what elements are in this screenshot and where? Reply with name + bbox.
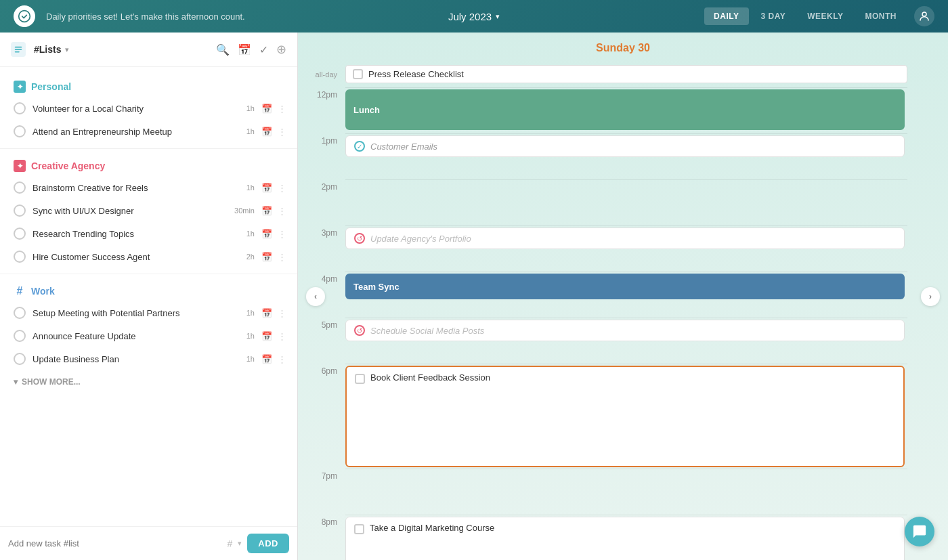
svg-rect-4 — [15, 51, 20, 53]
add-task-button[interactable]: ADD — [247, 534, 289, 553]
task-checkbox[interactable] — [14, 102, 26, 114]
task-item[interactable]: Attend an Entrepreneurship Meetup 1h 📅 ⋮ — [0, 120, 297, 143]
sidebar-list-icon — [11, 42, 26, 57]
lunch-event[interactable]: Lunch — [345, 89, 905, 130]
task-name: Sync with UI/UX Designer — [33, 206, 228, 216]
task-actions: 📅 ⋮ — [261, 229, 286, 239]
task-more-icon[interactable]: ⋮ — [278, 183, 286, 193]
task-more-icon[interactable]: ⋮ — [278, 354, 286, 364]
task-more-icon[interactable]: ⋮ — [278, 252, 286, 262]
calendar-next-button[interactable]: › — [921, 287, 940, 306]
show-more-button[interactable]: ▾ SHOW MORE... — [0, 370, 297, 393]
weekly-view-button[interactable]: WEEKLY — [798, 7, 853, 25]
app-logo[interactable] — [14, 5, 35, 27]
time-content-2pm — [345, 179, 907, 225]
task-more-icon[interactable]: ⋮ — [278, 229, 286, 239]
task-item[interactable]: Volunteer for a Local Charity 1h 📅 ⋮ — [0, 97, 297, 120]
calendar-icon[interactable]: 📅 — [238, 43, 251, 56]
task-overdue-icon2: ↺ — [354, 325, 365, 336]
task-item[interactable]: Brainstorm Creative for Reels 1h 📅 ⋮ — [0, 176, 297, 199]
creative-section-title[interactable]: Creative Agency — [31, 160, 105, 171]
time-row-5pm: 5pm ↺ Schedule Social Media Posts — [298, 318, 914, 364]
allday-event[interactable]: Press Release Checklist — [345, 65, 907, 83]
time-label-3pm: 3pm — [298, 225, 345, 272]
task-calendar-icon[interactable]: 📅 — [261, 229, 272, 239]
daily-view-button[interactable]: DAILY — [704, 7, 748, 25]
task-checkbox[interactable] — [14, 181, 26, 194]
search-icon[interactable]: 🔍 — [216, 43, 230, 56]
work-section-title[interactable]: Work — [31, 286, 55, 297]
sidebar-title-row[interactable]: #Lists ▾ — [34, 44, 208, 55]
book-client-checkbox[interactable] — [355, 374, 365, 384]
book-client-label: Book Client Feedback Session — [370, 372, 490, 383]
task-item[interactable]: Sync with UI/UX Designer 30min 📅 ⋮ — [0, 199, 297, 222]
task-more-icon[interactable]: ⋮ — [278, 104, 286, 114]
task-item[interactable]: Research Trending Topics 1h 📅 ⋮ — [0, 222, 297, 245]
three-day-view-button[interactable]: 3 DAY — [752, 7, 796, 25]
sidebar-title-chevron-icon: ▾ — [65, 45, 69, 54]
task-overdue-icon: ↺ — [354, 233, 365, 244]
time-row-2pm: 2pm — [298, 179, 914, 225]
task-more-icon[interactable]: ⋮ — [278, 308, 286, 318]
task-checkbox[interactable] — [14, 353, 26, 365]
task-calendar-icon[interactable]: 📅 — [261, 104, 272, 114]
task-calendar-icon[interactable]: 📅 — [261, 331, 272, 341]
task-calendar-icon[interactable]: 📅 — [261, 308, 272, 318]
customer-emails-event[interactable]: ✓ Customer Emails — [345, 135, 905, 157]
sidebar: #Lists ▾ 🔍 📅 ✓ ⊕ ✦ Personal Volunteer fo… — [0, 33, 298, 560]
chat-button[interactable] — [905, 517, 934, 546]
sidebar-title: #Lists — [34, 44, 61, 55]
calendar-area: ‹ › Sunday 30 all-day Press Release Chec… — [298, 33, 948, 560]
chevron-right-icon: › — [929, 292, 932, 301]
task-calendar-icon[interactable]: 📅 — [261, 183, 272, 193]
task-name: Announce Feature Update — [33, 331, 240, 341]
task-calendar-icon[interactable]: 📅 — [261, 127, 272, 137]
task-checkbox[interactable] — [14, 307, 26, 319]
digital-marketing-event[interactable]: Take a Digital Marketing Course — [345, 517, 905, 560]
add-task-input[interactable] — [8, 538, 222, 548]
task-duration: 1h — [246, 230, 255, 238]
task-item[interactable]: Update Business Plan 1h 📅 ⋮ — [0, 347, 297, 370]
task-checkbox[interactable] — [14, 204, 26, 217]
time-content-12pm: Lunch — [345, 87, 907, 133]
task-checkbox[interactable] — [14, 228, 26, 240]
task-actions: 📅 ⋮ — [261, 183, 286, 193]
task-calendar-icon[interactable]: 📅 — [261, 354, 272, 364]
top-navigation: Daily priorities set! Let's make this af… — [0, 0, 948, 33]
personal-section-title[interactable]: Personal — [31, 81, 71, 92]
user-avatar[interactable] — [914, 6, 934, 26]
time-row-1pm: 1pm ✓ Customer Emails — [298, 133, 914, 179]
creative-agency-section-header: ✦ Creative Agency — [0, 154, 297, 176]
team-sync-event[interactable]: Team Sync — [345, 274, 905, 299]
update-agency-event[interactable]: ↺ Update Agency's Portfolio — [345, 228, 905, 249]
task-duration: 1h — [246, 127, 255, 135]
task-item[interactable]: Announce Feature Update 1h 📅 ⋮ — [0, 324, 297, 347]
task-checkbox[interactable] — [14, 251, 26, 263]
schedule-social-event[interactable]: ↺ Schedule Social Media Posts — [345, 320, 905, 341]
task-more-icon[interactable]: ⋮ — [278, 331, 286, 341]
dropdown-chevron-icon[interactable]: ▾ — [238, 539, 242, 548]
task-item[interactable]: Hire Customer Success Agent 2h 📅 ⋮ — [0, 245, 297, 268]
allday-event-checkbox[interactable] — [353, 69, 363, 79]
task-checkbox[interactable] — [14, 125, 26, 137]
book-client-event[interactable]: Book Client Feedback Session — [345, 366, 905, 467]
task-name: Attend an Entrepreneurship Meetup — [33, 127, 240, 137]
task-calendar-icon[interactable]: 📅 — [261, 206, 272, 216]
task-item[interactable]: Setup Meeting with Potential Partners 1h… — [0, 301, 297, 324]
work-section-icon: # — [14, 285, 26, 297]
check-icon[interactable]: ✓ — [259, 43, 268, 56]
task-calendar-icon[interactable]: 📅 — [261, 252, 272, 262]
month-year-selector[interactable]: July 2023 ▾ — [448, 11, 500, 22]
task-more-icon[interactable]: ⋮ — [278, 206, 286, 216]
svg-rect-2 — [15, 47, 22, 48]
task-more-icon[interactable]: ⋮ — [278, 127, 286, 137]
calendar-prev-button[interactable]: ‹ — [306, 287, 325, 306]
month-view-button[interactable]: MONTH — [856, 7, 907, 25]
sidebar-header: #Lists ▾ 🔍 📅 ✓ ⊕ — [0, 33, 297, 67]
task-checkbox[interactable] — [14, 330, 26, 342]
task-name: Research Trending Topics — [33, 229, 240, 239]
add-list-icon[interactable]: ⊕ — [276, 42, 286, 57]
hash-icon[interactable]: # — [228, 538, 233, 549]
calendar-body: all-day Press Release Checklist 12pm Lun… — [298, 61, 948, 560]
digital-event-checkbox[interactable] — [354, 524, 364, 534]
